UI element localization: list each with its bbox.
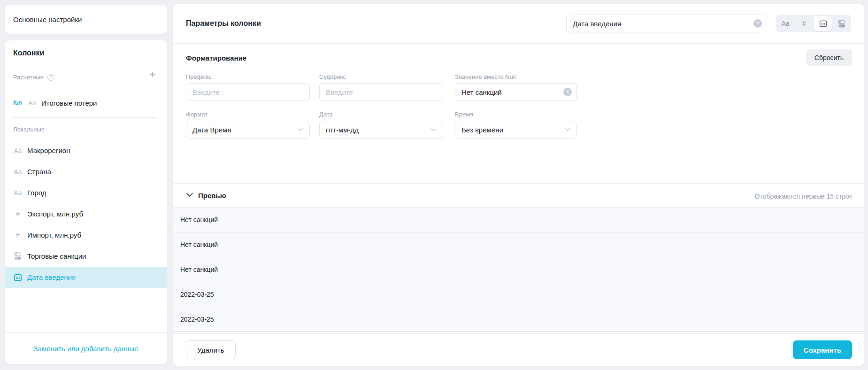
columns-panel-title: Колонки: [13, 49, 44, 57]
preview-rows: Нет санкций Нет санкций Нет санкций 2022…: [173, 208, 864, 332]
suffix-label: Суффикс: [319, 73, 443, 80]
type-date-button[interactable]: [814, 16, 832, 31]
boolean-type-icon: [13, 252, 23, 260]
local-columns-list: Aa Макрорегион Aa Страна Aa Город # Эксп…: [5, 140, 167, 288]
type-number-button[interactable]: #: [795, 16, 813, 31]
main-settings-card[interactable]: Основные настройки: [5, 5, 167, 34]
time-format-value: Без времени: [461, 126, 503, 134]
text-type-icon: Aa: [13, 168, 23, 176]
column-item-label: Итоговые потери: [41, 99, 97, 107]
main-settings-label: Основные настройки: [13, 15, 82, 23]
preview-row: Нет санкций: [173, 257, 864, 282]
column-parameters-panel: Параметры колонки × Aa #: [173, 4, 864, 366]
date-format-field: Дата гггг-мм-дд: [319, 111, 443, 139]
sidebar-item-makroregion[interactable]: Aa Макрорегион: [5, 140, 167, 161]
time-format-field: Время Без времени: [455, 111, 577, 139]
text-type-icon: Aa: [28, 99, 36, 107]
text-type-icon: Aa: [13, 147, 23, 154]
column-type-switcher: Aa #: [776, 15, 851, 32]
sidebar-divider: [12, 117, 157, 118]
columns-panel: Колонки Расчетные ? + fun Aa Итоговые по…: [5, 40, 167, 364]
calendar-icon: [13, 273, 23, 282]
calendar-icon: [819, 20, 827, 28]
chevron-down-icon: [431, 128, 437, 131]
date-format-label: Дата: [319, 111, 443, 118]
preview-section-header: Превью Отображаются первые 15 строк: [173, 183, 864, 208]
type-text-button[interactable]: Aa: [776, 16, 794, 31]
preview-rows-note: Отображаются первые 15 строк: [755, 193, 853, 200]
sidebar-item-data-vvedeniya[interactable]: Дата введения: [5, 267, 167, 288]
column-name-input[interactable]: [566, 15, 767, 32]
sidebar-footer: Заменить или добавить данные: [5, 332, 167, 364]
column-item-label: Макрорегион: [27, 146, 70, 154]
column-item-label: Торговые санкции: [27, 252, 86, 260]
time-format-label: Время: [455, 111, 577, 118]
type-boolean-button[interactable]: [833, 16, 851, 31]
format-field: Формат Дата Время: [186, 111, 310, 139]
chevron-down-icon[interactable]: [186, 191, 193, 199]
null-value-label: Значение вместо Null: [455, 73, 577, 80]
sidebar-item-gorod[interactable]: Aa Город: [5, 182, 167, 203]
suffix-input[interactable]: [319, 83, 443, 101]
reset-button[interactable]: Сбросить: [806, 49, 852, 66]
text-type-icon: Aa: [13, 189, 23, 197]
delete-button[interactable]: Удалить: [186, 340, 236, 359]
formatting-section-title: Форматирование: [186, 54, 246, 62]
column-item-label: Дата введения: [27, 273, 76, 281]
boolean-type-icon: [838, 20, 846, 28]
format-select[interactable]: Дата Время: [186, 121, 310, 139]
preview-title: Превью: [198, 192, 226, 200]
preview-cell: 2022-03-25: [180, 291, 214, 298]
number-type-icon: #: [13, 210, 23, 218]
replace-or-add-data-link[interactable]: Заменить или добавить данные: [34, 345, 138, 353]
calculated-section-header: Расчетные ?: [13, 74, 54, 81]
prefix-label: Префикс: [186, 73, 310, 80]
suffix-field: Суффикс: [319, 73, 443, 101]
preview-row: Нет санкций: [173, 208, 864, 232]
date-format-value: гггг-мм-дд: [326, 126, 359, 134]
sidebar-item-import[interactable]: # Импорт, млн,руб: [5, 224, 167, 246]
sidebar-item-eksport[interactable]: # Экспорт, млн.руб: [5, 203, 167, 224]
format-value: Дата Время: [192, 126, 231, 134]
null-value-input[interactable]: [455, 83, 577, 101]
formula-icon: fun: [13, 100, 22, 106]
preview-row: 2022-03-25: [173, 307, 864, 332]
sidebar-item-itogovye-poteri[interactable]: fun Aa Итоговые потери: [5, 95, 167, 114]
clear-icon[interactable]: ×: [753, 19, 762, 28]
page-title: Параметры колонки: [186, 19, 261, 28]
column-item-label: Импорт, млн,руб: [27, 231, 81, 239]
column-item-label: Город: [27, 189, 46, 197]
preview-cell: Нет санкций: [180, 266, 218, 273]
date-format-select[interactable]: гггг-мм-дд: [319, 121, 443, 139]
question-circle-icon[interactable]: ?: [47, 74, 54, 81]
time-format-select[interactable]: Без времени: [455, 121, 577, 139]
chevron-down-icon: [565, 128, 570, 131]
panel-header: Параметры колонки × Aa #: [173, 4, 864, 44]
prefix-input[interactable]: [186, 83, 310, 101]
format-label: Формат: [186, 111, 310, 118]
add-calculated-column-icon[interactable]: +: [147, 69, 158, 80]
clear-icon[interactable]: ×: [563, 88, 572, 96]
local-section-label: Локальные: [13, 126, 45, 133]
panel-footer: Удалить Сохранить: [173, 333, 864, 366]
sidebar-item-strana[interactable]: Aa Страна: [5, 161, 167, 182]
number-type-icon: #: [13, 231, 23, 239]
preview-cell: 2022-03-25: [180, 316, 214, 323]
null-value-field: Значение вместо Null ×: [455, 73, 577, 101]
calculated-section-label: Расчетные: [13, 74, 44, 81]
save-button[interactable]: Сохранить: [793, 340, 852, 359]
chevron-down-icon: [298, 128, 303, 131]
column-item-label: Экспорт, млн.руб: [27, 210, 83, 218]
column-item-label: Страна: [27, 168, 51, 176]
sidebar-item-torgovye-sankcii[interactable]: Торговые санкции: [5, 246, 167, 267]
prefix-field: Префикс: [186, 73, 310, 101]
preview-row: Нет санкций: [173, 232, 864, 257]
preview-row: 2022-03-25: [173, 282, 864, 307]
column-name-field-wrap: ×: [566, 15, 767, 32]
preview-cell: Нет санкций: [180, 216, 218, 224]
preview-cell: Нет санкций: [180, 241, 218, 248]
